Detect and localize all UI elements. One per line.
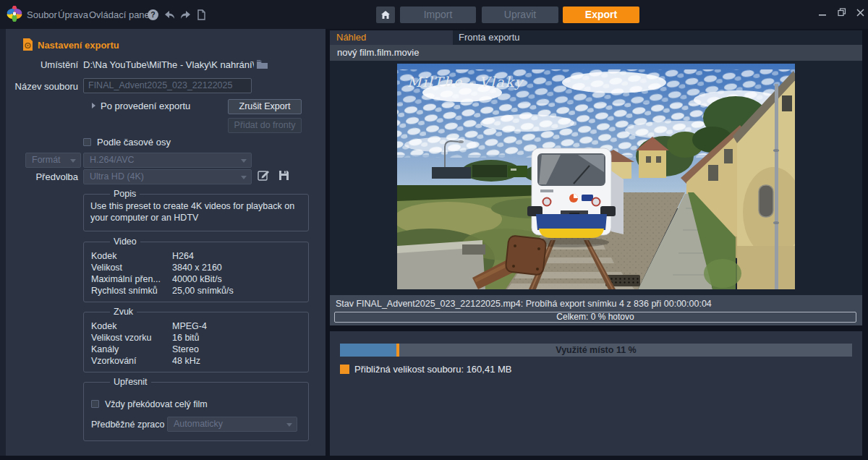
after-export-expander-icon[interactable] bbox=[92, 103, 95, 108]
home-icon bbox=[380, 10, 391, 20]
preprocess-label: Předběžné zpraco bbox=[91, 419, 164, 430]
audio-group: Zvuk Kodek MPEG-4 Velikost vzorku 16 bit… bbox=[83, 312, 309, 372]
preview-panel: Náhled Fronta exportu nový film.film.mov… bbox=[330, 29, 862, 456]
codec-dropdown[interactable]: H.264/AVC bbox=[83, 153, 252, 168]
filename-input[interactable]: FINAL_Advent2025_023_22122025 bbox=[83, 78, 252, 93]
tab-nahled[interactable]: Náhled bbox=[330, 30, 453, 45]
audio-row-value: 16 bitů bbox=[172, 333, 200, 343]
description-legend: Popis bbox=[110, 189, 140, 199]
restore-button[interactable] bbox=[835, 6, 848, 19]
title-bar: Soubor Úprava Ovládací panel ? Import Up… bbox=[0, 0, 868, 29]
audio-row-label: Kanály bbox=[91, 344, 119, 354]
overall-progress-bar: Celkem: 0 % hotovo bbox=[334, 312, 856, 323]
video-legend: Video bbox=[110, 237, 140, 247]
audio-row-value: MPEG-4 bbox=[172, 321, 207, 331]
disk-usage-bar: Využité místo 11 % bbox=[340, 344, 852, 357]
video-row-label: Kodek bbox=[91, 251, 116, 261]
audio-row-value: 48 kHz bbox=[172, 356, 200, 366]
export-settings-panel: Nastavení exportu Umístění D:\Na YouTube… bbox=[6, 29, 326, 456]
timeline-checkbox[interactable] bbox=[83, 138, 91, 146]
after-export-label: Po provedení exportu bbox=[101, 101, 190, 111]
description-group: Popis Use this preset to create 4K video… bbox=[83, 194, 309, 231]
preview-image: MilThe - Vlaky bbox=[397, 64, 795, 289]
close-button[interactable] bbox=[854, 6, 867, 19]
import-button[interactable]: Import bbox=[400, 7, 476, 23]
description-text: Use this preset to create 4K videos for … bbox=[90, 200, 303, 223]
disk-usage-label: Využité místo 11 % bbox=[340, 344, 852, 357]
movie-title-bar: nový film.film.movie bbox=[330, 45, 862, 61]
transcode-checkbox-label: Vždy překódovat celý film bbox=[105, 399, 208, 409]
tab-fronta-exportu[interactable]: Fronta exportu bbox=[459, 30, 520, 45]
svg-text:?: ? bbox=[150, 10, 155, 19]
export-status-text: Stav FINAL_Advent2025_023_22122025.mp4: … bbox=[336, 299, 712, 309]
advanced-group: Upřesnit Vždy překódovat celý film Předb… bbox=[83, 382, 309, 441]
audio-row-label: Kodek bbox=[91, 321, 116, 331]
audio-row-label: Velikost vzorku bbox=[91, 333, 151, 343]
menu-soubor[interactable]: Soubor bbox=[27, 9, 57, 20]
add-to-queue-button[interactable]: Přidat do fronty bbox=[228, 118, 302, 133]
video-preview-area: MilThe - Vlaky bbox=[330, 61, 862, 295]
video-row-value: 25,00 snímků/s bbox=[172, 286, 234, 296]
video-row-value: 40000 kBit/s bbox=[172, 274, 222, 284]
disk-usage-panel: Využité místo 11 % Přibližná velikost so… bbox=[330, 331, 862, 456]
file-size-label: Přibližná velikost souboru: 160,41 MB bbox=[354, 364, 512, 375]
transcode-checkbox[interactable] bbox=[91, 400, 99, 408]
minimize-button[interactable] bbox=[816, 6, 829, 19]
cancel-export-button[interactable]: Zrušit Export bbox=[228, 99, 302, 114]
location-value: D:\Na YouTube\MilThe - Vlaky\K nahrání\A… bbox=[83, 59, 254, 70]
timeline-checkbox-label: Podle časové osy bbox=[97, 137, 171, 148]
video-row-label: Maximální přen... bbox=[91, 274, 161, 284]
video-row-value: 3840 x 2160 bbox=[172, 263, 222, 273]
menu-uprava[interactable]: Úprava bbox=[58, 9, 88, 20]
edit-preset-icon[interactable] bbox=[258, 169, 270, 182]
audio-legend: Zvuk bbox=[110, 307, 137, 317]
watermark-text: MilThe - Vlaky bbox=[407, 74, 524, 90]
format-dropdown[interactable]: Formát bbox=[25, 153, 81, 168]
video-row-label: Velikost bbox=[91, 263, 122, 273]
audio-row-label: Vzorkování bbox=[91, 356, 137, 366]
undo-icon[interactable] bbox=[163, 9, 176, 21]
video-row-value: H264 bbox=[172, 251, 194, 261]
app-logo-icon bbox=[7, 6, 22, 22]
location-label: Umístění bbox=[6, 59, 78, 70]
advanced-legend: Upřesnit bbox=[110, 377, 151, 387]
export-button[interactable]: Export bbox=[563, 7, 639, 23]
export-settings-icon bbox=[22, 38, 34, 51]
preview-tabbar: Náhled Fronta exportu bbox=[330, 30, 862, 45]
preset-dropdown[interactable]: Ultra HD (4K) bbox=[83, 169, 252, 184]
help-icon[interactable]: ? bbox=[147, 9, 159, 21]
redo-icon[interactable] bbox=[179, 9, 192, 21]
video-row-label: Rychlost snímků bbox=[91, 286, 158, 296]
filename-label: Název souboru bbox=[6, 81, 78, 92]
menu-ovladaci-panel[interactable]: Ovládací panel bbox=[89, 9, 152, 20]
file-size-legend-swatch bbox=[340, 365, 349, 374]
export-status-strip: Stav FINAL_Advent2025_023_22122025.mp4: … bbox=[330, 295, 862, 325]
home-button[interactable] bbox=[376, 7, 395, 23]
preset-label: Předvolba bbox=[6, 171, 78, 182]
audio-row-value: Stereo bbox=[172, 344, 199, 354]
edit-button[interactable]: Upravit bbox=[482, 7, 558, 23]
save-preset-icon[interactable] bbox=[278, 170, 289, 181]
left-scrollbar[interactable] bbox=[0, 29, 6, 456]
video-group: Video Kodek H264 Velikost 3840 x 2160 Ma… bbox=[83, 242, 309, 302]
panel-title: Nastavení exportu bbox=[38, 40, 119, 51]
document-icon[interactable] bbox=[195, 9, 208, 21]
preprocess-dropdown[interactable]: Automaticky bbox=[167, 417, 297, 432]
browse-folder-icon[interactable] bbox=[257, 60, 268, 69]
